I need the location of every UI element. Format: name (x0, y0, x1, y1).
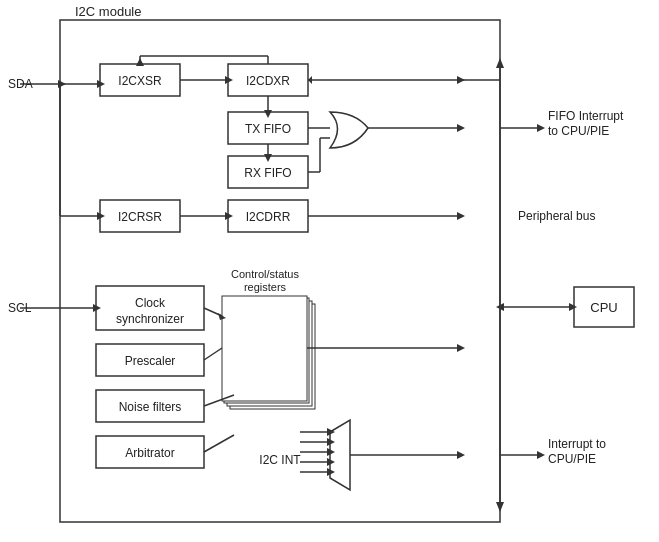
clock-sync-label-2: synchronizer (116, 312, 184, 326)
i2cxsr-label: I2CXSR (118, 74, 162, 88)
cpu-label: CPU (590, 300, 617, 315)
svg-rect-15 (222, 296, 307, 401)
svg-marker-39 (457, 124, 465, 132)
peripheral-bus-label: Peripheral bus (518, 209, 595, 223)
i2cdxr-label: I2CDXR (246, 74, 290, 88)
control-status-label-2: registers (244, 281, 287, 293)
svg-marker-75 (537, 124, 545, 132)
fifo-interrupt-label-2: to CPU/PIE (548, 124, 609, 138)
i2c-int-label: I2C INT (259, 453, 301, 467)
svg-marker-70 (496, 502, 504, 512)
i2cdrr-label: I2CDRR (246, 210, 291, 224)
svg-marker-69 (496, 58, 504, 68)
interrupt-label-1: Interrupt to (548, 437, 606, 451)
interrupt-label-2: CPU/PIE (548, 452, 596, 466)
scl-label: SCL (8, 301, 32, 315)
svg-marker-57 (457, 451, 465, 459)
rxfifo-label: RX FIFO (244, 166, 291, 180)
svg-marker-50 (457, 344, 465, 352)
svg-line-55 (204, 435, 234, 452)
fifo-interrupt-label-1: FIFO Interrupt (548, 109, 624, 123)
arbitrator-label: Arbitrator (125, 446, 174, 460)
svg-marker-77 (537, 451, 545, 459)
noise-filters-label: Noise filters (119, 400, 182, 414)
clock-sync-label-1: Clock (135, 296, 166, 310)
svg-line-53 (204, 348, 222, 360)
svg-marker-43 (457, 212, 465, 220)
prescaler-label: Prescaler (125, 354, 176, 368)
diagram-svg: I2C module I2CXSR I2CDXR TX FIFO RX FIFO… (0, 0, 659, 542)
svg-marker-25 (136, 58, 144, 66)
i2crsr-label: I2CRSR (118, 210, 162, 224)
sda-label: SDA (8, 77, 33, 91)
control-status-label-1: Control/status (231, 268, 299, 280)
module-label: I2C module (75, 4, 141, 19)
txfifo-label: TX FIFO (245, 122, 291, 136)
diagram-container: I2C module I2CXSR I2CDXR TX FIFO RX FIFO… (0, 0, 659, 542)
